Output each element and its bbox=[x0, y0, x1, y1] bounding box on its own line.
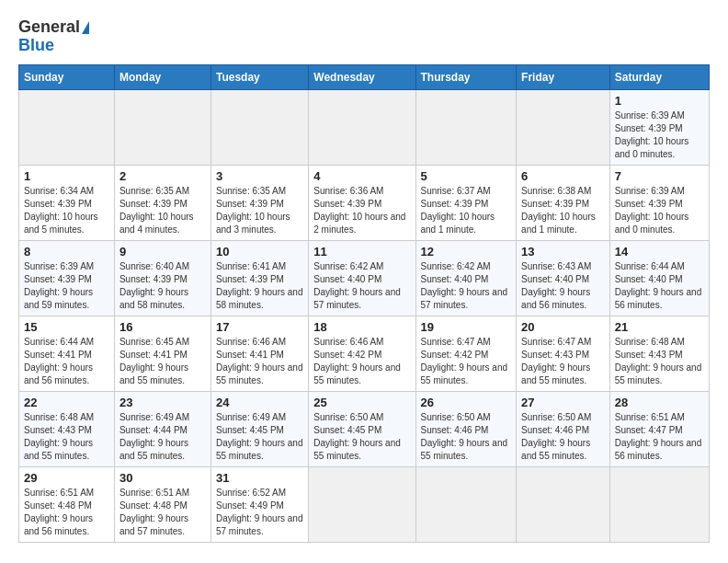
week-row-1: 1Sunrise: 6:34 AMSunset: 4:39 PMDaylight… bbox=[19, 165, 710, 240]
week-row-2: 8Sunrise: 6:39 AMSunset: 4:39 PMDaylight… bbox=[19, 240, 710, 316]
header-sunday: Sunday bbox=[19, 64, 115, 89]
day-detail: Sunrise: 6:46 AMSunset: 4:42 PMDaylight:… bbox=[313, 337, 401, 385]
day-number: 5 bbox=[421, 169, 512, 183]
day-number: 9 bbox=[119, 245, 206, 259]
day-number: 21 bbox=[615, 320, 704, 334]
calendar-header: SundayMondayTuesdayWednesdayThursdayFrid… bbox=[19, 64, 710, 89]
header-monday: Monday bbox=[114, 64, 210, 89]
day-number: 7 bbox=[615, 169, 704, 183]
day-number: 1 bbox=[24, 169, 109, 183]
day-detail: Sunrise: 6:52 AMSunset: 4:49 PMDaylight:… bbox=[216, 488, 303, 536]
page-header: General Blue bbox=[18, 18, 710, 55]
calendar-cell bbox=[517, 89, 610, 165]
logo-blue-text: Blue bbox=[18, 37, 89, 55]
day-detail: Sunrise: 6:42 AMSunset: 4:40 PMDaylight:… bbox=[421, 261, 508, 310]
calendar-table: SundayMondayTuesdayWednesdayThursdayFrid… bbox=[18, 64, 710, 543]
day-detail: Sunrise: 6:51 AMSunset: 4:48 PMDaylight:… bbox=[119, 488, 189, 536]
calendar-cell bbox=[210, 89, 308, 165]
calendar-cell: 4Sunrise: 6:36 AMSunset: 4:39 PMDaylight… bbox=[309, 165, 415, 240]
week-row-4: 22Sunrise: 6:48 AMSunset: 4:43 PMDayligh… bbox=[19, 391, 710, 466]
day-number: 30 bbox=[119, 471, 206, 485]
day-number: 17 bbox=[216, 320, 303, 334]
day-number: 1 bbox=[615, 94, 704, 108]
calendar-cell: 24Sunrise: 6:49 AMSunset: 4:45 PMDayligh… bbox=[210, 391, 308, 466]
day-detail: Sunrise: 6:50 AMSunset: 4:46 PMDaylight:… bbox=[521, 412, 591, 461]
day-number: 3 bbox=[216, 169, 303, 183]
day-number: 4 bbox=[313, 169, 410, 183]
calendar-cell: 2Sunrise: 6:35 AMSunset: 4:39 PMDaylight… bbox=[114, 165, 210, 240]
day-number: 27 bbox=[521, 396, 605, 409]
day-number: 10 bbox=[216, 245, 303, 259]
day-number: 16 bbox=[119, 320, 206, 334]
day-detail: Sunrise: 6:38 AMSunset: 4:39 PMDaylight:… bbox=[521, 186, 596, 235]
calendar-cell: 26Sunrise: 6:50 AMSunset: 4:46 PMDayligh… bbox=[415, 391, 517, 466]
day-detail: Sunrise: 6:35 AMSunset: 4:39 PMDaylight:… bbox=[119, 186, 194, 235]
day-number: 11 bbox=[313, 245, 410, 259]
calendar-cell: 30Sunrise: 6:51 AMSunset: 4:48 PMDayligh… bbox=[114, 466, 210, 542]
calendar-cell: 5Sunrise: 6:37 AMSunset: 4:39 PMDaylight… bbox=[415, 165, 517, 240]
header-friday: Friday bbox=[517, 64, 610, 89]
calendar-cell: 12Sunrise: 6:42 AMSunset: 4:40 PMDayligh… bbox=[415, 240, 517, 316]
calendar-cell: 20Sunrise: 6:47 AMSunset: 4:43 PMDayligh… bbox=[517, 316, 610, 391]
calendar-cell bbox=[309, 466, 415, 542]
header-row: SundayMondayTuesdayWednesdayThursdayFrid… bbox=[19, 64, 710, 89]
day-detail: Sunrise: 6:44 AMSunset: 4:41 PMDaylight:… bbox=[24, 337, 94, 385]
day-detail: Sunrise: 6:46 AMSunset: 4:41 PMDaylight:… bbox=[216, 337, 303, 385]
day-detail: Sunrise: 6:34 AMSunset: 4:39 PMDaylight:… bbox=[24, 186, 98, 235]
calendar-cell: 16Sunrise: 6:45 AMSunset: 4:41 PMDayligh… bbox=[114, 316, 210, 391]
day-detail: Sunrise: 6:35 AMSunset: 4:39 PMDaylight:… bbox=[216, 186, 290, 235]
day-detail: Sunrise: 6:49 AMSunset: 4:45 PMDaylight:… bbox=[216, 412, 303, 461]
day-number: 13 bbox=[521, 245, 605, 259]
day-number: 19 bbox=[421, 320, 512, 334]
day-detail: Sunrise: 6:43 AMSunset: 4:40 PMDaylight:… bbox=[521, 261, 591, 310]
calendar-cell: 22Sunrise: 6:48 AMSunset: 4:43 PMDayligh… bbox=[19, 391, 115, 466]
calendar-cell: 9Sunrise: 6:40 AMSunset: 4:39 PMDaylight… bbox=[114, 240, 210, 316]
day-detail: Sunrise: 6:39 AMSunset: 4:39 PMDaylight:… bbox=[24, 261, 94, 310]
calendar-cell: 13Sunrise: 6:43 AMSunset: 4:40 PMDayligh… bbox=[517, 240, 610, 316]
calendar-cell: 23Sunrise: 6:49 AMSunset: 4:44 PMDayligh… bbox=[114, 391, 210, 466]
day-detail: Sunrise: 6:39 AMSunset: 4:39 PMDaylight:… bbox=[615, 110, 689, 159]
day-detail: Sunrise: 6:40 AMSunset: 4:39 PMDaylight:… bbox=[119, 261, 189, 310]
day-detail: Sunrise: 6:42 AMSunset: 4:40 PMDaylight:… bbox=[313, 261, 401, 310]
day-number: 12 bbox=[421, 245, 512, 259]
calendar-cell: 3Sunrise: 6:35 AMSunset: 4:39 PMDaylight… bbox=[210, 165, 308, 240]
calendar-cell: 21Sunrise: 6:48 AMSunset: 4:43 PMDayligh… bbox=[609, 316, 709, 391]
day-number: 8 bbox=[24, 245, 109, 259]
day-detail: Sunrise: 6:50 AMSunset: 4:45 PMDaylight:… bbox=[313, 412, 401, 461]
calendar-cell: 1Sunrise: 6:34 AMSunset: 4:39 PMDaylight… bbox=[19, 165, 115, 240]
logo-general-text: General bbox=[18, 17, 80, 36]
day-number: 26 bbox=[421, 396, 512, 409]
calendar-cell bbox=[114, 89, 210, 165]
calendar-cell bbox=[415, 89, 517, 165]
calendar-cell bbox=[517, 466, 610, 542]
day-detail: Sunrise: 6:47 AMSunset: 4:42 PMDaylight:… bbox=[421, 337, 508, 385]
calendar-cell: 29Sunrise: 6:51 AMSunset: 4:48 PMDayligh… bbox=[19, 466, 115, 542]
day-number: 14 bbox=[615, 245, 704, 259]
calendar-cell: 6Sunrise: 6:38 AMSunset: 4:39 PMDaylight… bbox=[517, 165, 610, 240]
calendar-body: 1Sunrise: 6:39 AMSunset: 4:39 PMDaylight… bbox=[19, 89, 710, 542]
calendar-cell: 18Sunrise: 6:46 AMSunset: 4:42 PMDayligh… bbox=[309, 316, 415, 391]
day-number: 6 bbox=[521, 169, 605, 183]
calendar-cell: 1Sunrise: 6:39 AMSunset: 4:39 PMDaylight… bbox=[609, 89, 709, 165]
calendar-cell: 10Sunrise: 6:41 AMSunset: 4:39 PMDayligh… bbox=[210, 240, 308, 316]
day-detail: Sunrise: 6:51 AMSunset: 4:48 PMDaylight:… bbox=[24, 488, 94, 536]
day-detail: Sunrise: 6:49 AMSunset: 4:44 PMDaylight:… bbox=[119, 412, 189, 461]
day-detail: Sunrise: 6:39 AMSunset: 4:39 PMDaylight:… bbox=[615, 186, 689, 235]
day-detail: Sunrise: 6:50 AMSunset: 4:46 PMDaylight:… bbox=[421, 412, 508, 461]
day-number: 15 bbox=[24, 320, 109, 334]
header-saturday: Saturday bbox=[609, 64, 709, 89]
day-number: 18 bbox=[313, 320, 410, 334]
day-detail: Sunrise: 6:44 AMSunset: 4:40 PMDaylight:… bbox=[615, 261, 702, 310]
day-detail: Sunrise: 6:51 AMSunset: 4:47 PMDaylight:… bbox=[615, 412, 702, 461]
day-detail: Sunrise: 6:47 AMSunset: 4:43 PMDaylight:… bbox=[521, 337, 591, 385]
logo-triangle-icon bbox=[82, 21, 89, 34]
calendar-cell: 25Sunrise: 6:50 AMSunset: 4:45 PMDayligh… bbox=[309, 391, 415, 466]
day-detail: Sunrise: 6:48 AMSunset: 4:43 PMDaylight:… bbox=[24, 412, 94, 461]
day-detail: Sunrise: 6:45 AMSunset: 4:41 PMDaylight:… bbox=[119, 337, 189, 385]
day-detail: Sunrise: 6:41 AMSunset: 4:39 PMDaylight:… bbox=[216, 261, 303, 310]
calendar-cell: 8Sunrise: 6:39 AMSunset: 4:39 PMDaylight… bbox=[19, 240, 115, 316]
week-row-5: 29Sunrise: 6:51 AMSunset: 4:48 PMDayligh… bbox=[19, 466, 710, 542]
week-row-3: 15Sunrise: 6:44 AMSunset: 4:41 PMDayligh… bbox=[19, 316, 710, 391]
calendar-cell bbox=[609, 466, 709, 542]
calendar-cell bbox=[415, 466, 517, 542]
